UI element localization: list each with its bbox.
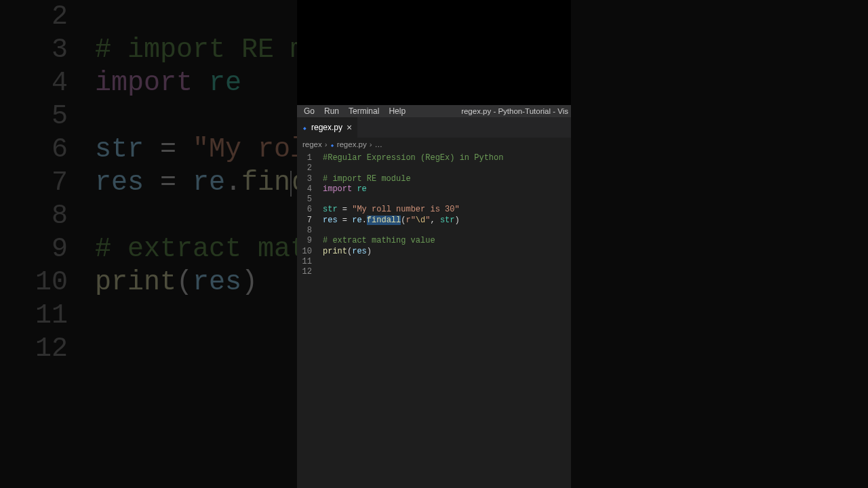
tab-label: regex.py: [311, 123, 342, 132]
line-number: 5: [297, 195, 323, 205]
code-line[interactable]: 5: [297, 195, 571, 205]
bg-line-number: 11: [0, 299, 95, 332]
bg-line-content: res = re.finda: [95, 166, 324, 199]
bg-line-number: 5: [0, 100, 95, 133]
line-number: 8: [297, 226, 323, 236]
code-content[interactable]: res = re.findall(r"\d", str): [323, 216, 460, 226]
line-number: 2: [297, 163, 323, 174]
code-line[interactable]: 4import re: [297, 184, 571, 195]
menu-run[interactable]: Run: [319, 106, 344, 116]
code-content[interactable]: # import RE module: [323, 174, 411, 184]
bg-line-number: 12: [0, 332, 95, 365]
bg-line-number: 4: [0, 66, 95, 100]
python-file-icon: ⬥: [330, 141, 334, 148]
code-line[interactable]: 2: [297, 163, 571, 174]
line-number: 12: [297, 267, 323, 277]
line-number: 7: [297, 216, 323, 226]
breadcrumb[interactable]: regex › ⬥ regex.py › …: [297, 138, 571, 151]
code-content[interactable]: print(res): [323, 247, 372, 257]
code-line[interactable]: 9# extract mathing value: [297, 236, 571, 246]
code-content[interactable]: import re: [323, 184, 367, 195]
close-icon[interactable]: ×: [347, 122, 352, 133]
code-line[interactable]: 12: [297, 267, 571, 277]
breadcrumb-separator: ›: [370, 140, 372, 148]
code-line[interactable]: 6str = "My roll number is 30": [297, 205, 571, 215]
bg-line-content: import re: [95, 66, 241, 100]
code-line[interactable]: 10print(res): [297, 247, 571, 257]
bg-line-content: print(res): [95, 266, 258, 299]
code-line[interactable]: 1#Regular Expression (RegEx) in Python: [297, 153, 571, 163]
line-number: 4: [297, 184, 323, 195]
code-content[interactable]: #Regular Expression (RegEx) in Python: [323, 153, 503, 163]
line-number: 6: [297, 205, 323, 215]
line-number: 1: [297, 153, 323, 163]
bg-line-number: 8: [0, 199, 95, 232]
breadcrumb-ellipsis[interactable]: …: [375, 140, 383, 148]
menu-terminal[interactable]: Terminal: [344, 106, 384, 116]
code-content[interactable]: str = "My roll number is 30": [323, 205, 460, 215]
menu-go[interactable]: Go: [299, 106, 319, 116]
bg-line-content: # import RE mo: [95, 33, 323, 66]
bg-line-number: 2: [0, 0, 95, 33]
breadcrumb-separator: ›: [325, 140, 328, 148]
breadcrumb-folder[interactable]: regex: [302, 140, 322, 148]
bg-line-content: # extract math: [95, 232, 323, 266]
code-line[interactable]: 8: [297, 226, 571, 236]
code-editor[interactable]: 1#Regular Expression (RegEx) in Python23…: [297, 151, 571, 488]
menu-help[interactable]: Help: [384, 106, 410, 116]
bg-line-number: 6: [0, 133, 95, 166]
tab-regex-py[interactable]: ⬥ regex.py ×: [297, 117, 358, 138]
empty-top-area: [297, 0, 571, 105]
code-line[interactable]: 3# import RE module: [297, 174, 571, 184]
breadcrumb-file[interactable]: regex.py: [337, 140, 367, 148]
code-line[interactable]: 7res = re.findall(r"\d", str): [297, 216, 571, 226]
vscode-window: Go Run Terminal Help regex.py - Python-T…: [297, 0, 571, 488]
code-line[interactable]: 11: [297, 257, 571, 267]
bg-line-number: 3: [0, 33, 95, 66]
line-number: 9: [297, 236, 323, 246]
line-number: 3: [297, 174, 323, 184]
window-title: regex.py - Python-Tutorial - Vis: [461, 107, 571, 115]
menu-bar: Go Run Terminal Help regex.py - Python-T…: [297, 105, 571, 117]
text-cursor-icon: [290, 171, 292, 197]
line-number: 10: [297, 247, 323, 257]
bg-line-number: 9: [0, 232, 95, 266]
python-file-icon: ⬥: [302, 123, 307, 131]
code-content[interactable]: # extract mathing value: [323, 236, 435, 246]
line-number: 11: [297, 257, 323, 267]
tab-bar: ⬥ regex.py ×: [297, 117, 571, 138]
bg-line-number: 7: [0, 166, 95, 199]
bg-line-number: 10: [0, 266, 95, 299]
